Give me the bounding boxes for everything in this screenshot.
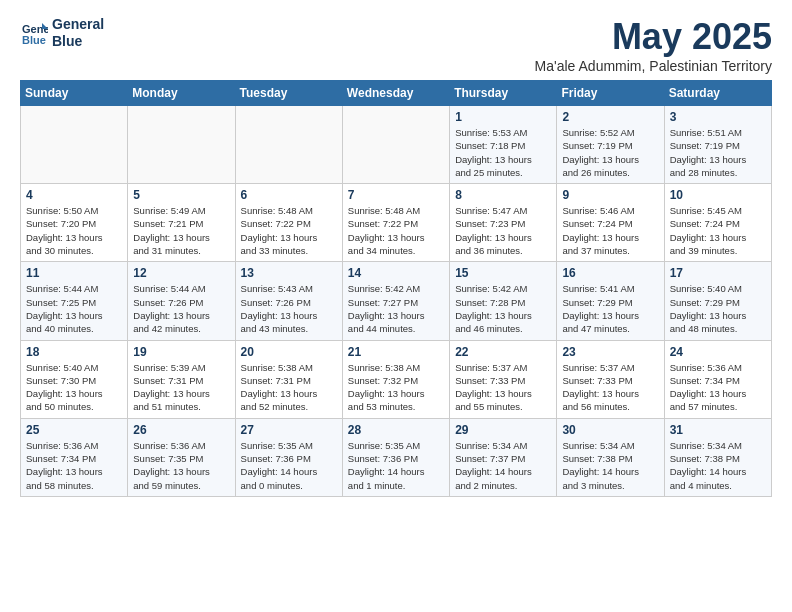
day-cell (128, 106, 235, 184)
day-info: Sunrise: 5:45 AM Sunset: 7:24 PM Dayligh… (670, 204, 766, 257)
day-number: 13 (241, 266, 337, 280)
day-number: 18 (26, 345, 122, 359)
title-block: May 2025 Ma'ale Adummim, Palestinian Ter… (535, 16, 772, 74)
day-cell: 16Sunrise: 5:41 AM Sunset: 7:29 PM Dayli… (557, 262, 664, 340)
day-number: 20 (241, 345, 337, 359)
page-header: General Blue General Blue May 2025 Ma'al… (20, 16, 772, 74)
week-row-5: 25Sunrise: 5:36 AM Sunset: 7:34 PM Dayli… (21, 418, 772, 496)
header-row: SundayMondayTuesdayWednesdayThursdayFrid… (21, 81, 772, 106)
day-info: Sunrise: 5:50 AM Sunset: 7:20 PM Dayligh… (26, 204, 122, 257)
day-number: 24 (670, 345, 766, 359)
week-row-2: 4Sunrise: 5:50 AM Sunset: 7:20 PM Daylig… (21, 184, 772, 262)
day-cell: 12Sunrise: 5:44 AM Sunset: 7:26 PM Dayli… (128, 262, 235, 340)
logo: General Blue General Blue (20, 16, 104, 50)
day-info: Sunrise: 5:38 AM Sunset: 7:31 PM Dayligh… (241, 361, 337, 414)
day-cell: 26Sunrise: 5:36 AM Sunset: 7:35 PM Dayli… (128, 418, 235, 496)
day-cell: 29Sunrise: 5:34 AM Sunset: 7:37 PM Dayli… (450, 418, 557, 496)
day-number: 30 (562, 423, 658, 437)
day-number: 17 (670, 266, 766, 280)
day-number: 9 (562, 188, 658, 202)
day-cell (342, 106, 449, 184)
day-info: Sunrise: 5:48 AM Sunset: 7:22 PM Dayligh… (241, 204, 337, 257)
day-info: Sunrise: 5:42 AM Sunset: 7:27 PM Dayligh… (348, 282, 444, 335)
day-number: 25 (26, 423, 122, 437)
day-number: 8 (455, 188, 551, 202)
day-number: 7 (348, 188, 444, 202)
logo-icon: General Blue (20, 19, 48, 47)
day-info: Sunrise: 5:36 AM Sunset: 7:34 PM Dayligh… (670, 361, 766, 414)
day-info: Sunrise: 5:49 AM Sunset: 7:21 PM Dayligh… (133, 204, 229, 257)
day-info: Sunrise: 5:42 AM Sunset: 7:28 PM Dayligh… (455, 282, 551, 335)
day-number: 14 (348, 266, 444, 280)
day-info: Sunrise: 5:48 AM Sunset: 7:22 PM Dayligh… (348, 204, 444, 257)
day-header-wednesday: Wednesday (342, 81, 449, 106)
day-number: 28 (348, 423, 444, 437)
calendar-table: SundayMondayTuesdayWednesdayThursdayFrid… (20, 80, 772, 497)
day-header-monday: Monday (128, 81, 235, 106)
day-number: 11 (26, 266, 122, 280)
day-number: 2 (562, 110, 658, 124)
day-info: Sunrise: 5:52 AM Sunset: 7:19 PM Dayligh… (562, 126, 658, 179)
day-number: 10 (670, 188, 766, 202)
day-cell: 19Sunrise: 5:39 AM Sunset: 7:31 PM Dayli… (128, 340, 235, 418)
day-cell: 14Sunrise: 5:42 AM Sunset: 7:27 PM Dayli… (342, 262, 449, 340)
day-cell: 5Sunrise: 5:49 AM Sunset: 7:21 PM Daylig… (128, 184, 235, 262)
day-header-friday: Friday (557, 81, 664, 106)
day-cell: 15Sunrise: 5:42 AM Sunset: 7:28 PM Dayli… (450, 262, 557, 340)
day-info: Sunrise: 5:35 AM Sunset: 7:36 PM Dayligh… (348, 439, 444, 492)
day-info: Sunrise: 5:43 AM Sunset: 7:26 PM Dayligh… (241, 282, 337, 335)
day-cell: 25Sunrise: 5:36 AM Sunset: 7:34 PM Dayli… (21, 418, 128, 496)
day-info: Sunrise: 5:46 AM Sunset: 7:24 PM Dayligh… (562, 204, 658, 257)
week-row-4: 18Sunrise: 5:40 AM Sunset: 7:30 PM Dayli… (21, 340, 772, 418)
day-number: 16 (562, 266, 658, 280)
day-number: 29 (455, 423, 551, 437)
day-cell: 3Sunrise: 5:51 AM Sunset: 7:19 PM Daylig… (664, 106, 771, 184)
day-number: 21 (348, 345, 444, 359)
day-cell: 13Sunrise: 5:43 AM Sunset: 7:26 PM Dayli… (235, 262, 342, 340)
calendar-title: May 2025 (535, 16, 772, 58)
day-number: 3 (670, 110, 766, 124)
day-number: 6 (241, 188, 337, 202)
day-number: 12 (133, 266, 229, 280)
day-cell: 20Sunrise: 5:38 AM Sunset: 7:31 PM Dayli… (235, 340, 342, 418)
day-info: Sunrise: 5:36 AM Sunset: 7:35 PM Dayligh… (133, 439, 229, 492)
day-header-saturday: Saturday (664, 81, 771, 106)
week-row-3: 11Sunrise: 5:44 AM Sunset: 7:25 PM Dayli… (21, 262, 772, 340)
day-header-tuesday: Tuesday (235, 81, 342, 106)
day-info: Sunrise: 5:47 AM Sunset: 7:23 PM Dayligh… (455, 204, 551, 257)
day-header-sunday: Sunday (21, 81, 128, 106)
day-info: Sunrise: 5:40 AM Sunset: 7:30 PM Dayligh… (26, 361, 122, 414)
day-number: 23 (562, 345, 658, 359)
day-info: Sunrise: 5:34 AM Sunset: 7:37 PM Dayligh… (455, 439, 551, 492)
day-cell: 31Sunrise: 5:34 AM Sunset: 7:38 PM Dayli… (664, 418, 771, 496)
svg-text:Blue: Blue (22, 34, 46, 46)
day-cell: 2Sunrise: 5:52 AM Sunset: 7:19 PM Daylig… (557, 106, 664, 184)
day-cell: 27Sunrise: 5:35 AM Sunset: 7:36 PM Dayli… (235, 418, 342, 496)
day-number: 31 (670, 423, 766, 437)
day-cell: 7Sunrise: 5:48 AM Sunset: 7:22 PM Daylig… (342, 184, 449, 262)
day-cell: 28Sunrise: 5:35 AM Sunset: 7:36 PM Dayli… (342, 418, 449, 496)
day-cell: 23Sunrise: 5:37 AM Sunset: 7:33 PM Dayli… (557, 340, 664, 418)
day-number: 27 (241, 423, 337, 437)
day-number: 5 (133, 188, 229, 202)
day-cell: 9Sunrise: 5:46 AM Sunset: 7:24 PM Daylig… (557, 184, 664, 262)
day-info: Sunrise: 5:44 AM Sunset: 7:25 PM Dayligh… (26, 282, 122, 335)
day-info: Sunrise: 5:34 AM Sunset: 7:38 PM Dayligh… (670, 439, 766, 492)
day-cell: 1Sunrise: 5:53 AM Sunset: 7:18 PM Daylig… (450, 106, 557, 184)
day-info: Sunrise: 5:41 AM Sunset: 7:29 PM Dayligh… (562, 282, 658, 335)
day-info: Sunrise: 5:44 AM Sunset: 7:26 PM Dayligh… (133, 282, 229, 335)
day-info: Sunrise: 5:39 AM Sunset: 7:31 PM Dayligh… (133, 361, 229, 414)
day-cell: 6Sunrise: 5:48 AM Sunset: 7:22 PM Daylig… (235, 184, 342, 262)
logo-text: General Blue (52, 16, 104, 50)
day-info: Sunrise: 5:40 AM Sunset: 7:29 PM Dayligh… (670, 282, 766, 335)
day-number: 19 (133, 345, 229, 359)
day-info: Sunrise: 5:35 AM Sunset: 7:36 PM Dayligh… (241, 439, 337, 492)
day-info: Sunrise: 5:37 AM Sunset: 7:33 PM Dayligh… (562, 361, 658, 414)
calendar-subtitle: Ma'ale Adummim, Palestinian Territory (535, 58, 772, 74)
day-header-thursday: Thursday (450, 81, 557, 106)
day-number: 22 (455, 345, 551, 359)
day-number: 15 (455, 266, 551, 280)
day-cell: 24Sunrise: 5:36 AM Sunset: 7:34 PM Dayli… (664, 340, 771, 418)
day-cell: 17Sunrise: 5:40 AM Sunset: 7:29 PM Dayli… (664, 262, 771, 340)
day-cell (21, 106, 128, 184)
